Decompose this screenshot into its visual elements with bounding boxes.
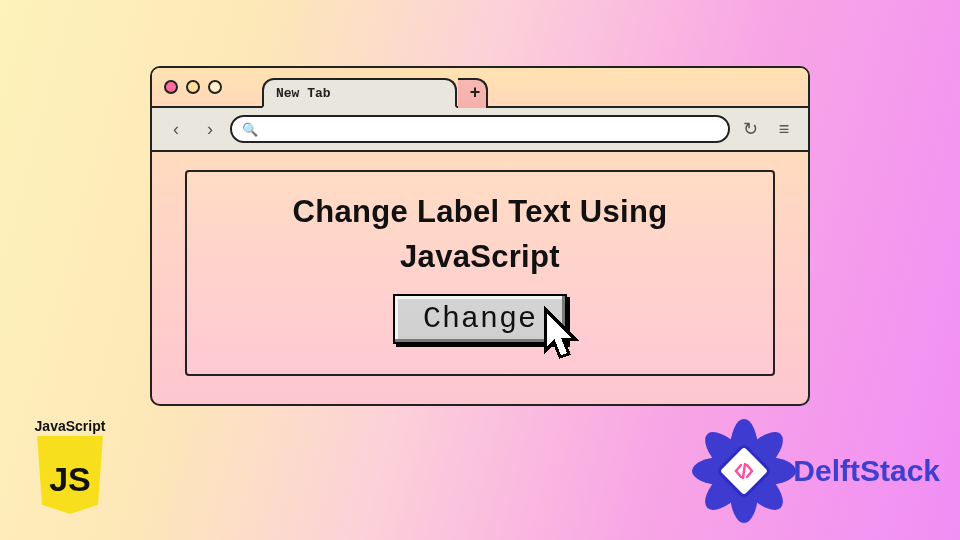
toolbar: ‹ › 🔍 ↻ ≡ xyxy=(152,108,808,152)
page-content: Change Label Text Using JavaScript Chang… xyxy=(152,152,808,404)
back-button[interactable]: ‹ xyxy=(162,115,190,143)
javascript-label: JavaScript xyxy=(26,418,114,434)
window-controls xyxy=(164,80,222,94)
menu-button[interactable]: ≡ xyxy=(770,115,798,143)
page-title: Change Label Text Using JavaScript xyxy=(217,190,743,280)
chevron-right-icon: › xyxy=(207,119,213,140)
mandala-icon xyxy=(701,428,787,514)
chevron-left-icon: ‹ xyxy=(173,119,179,140)
hamburger-icon: ≡ xyxy=(779,119,790,140)
delftstack-text: DelftStack xyxy=(793,454,940,488)
js-shield-text: JS xyxy=(49,460,91,499)
plus-icon: + xyxy=(470,82,481,103)
js-shield-icon: JS xyxy=(35,436,105,514)
close-dot-icon[interactable] xyxy=(164,80,178,94)
reload-icon: ↻ xyxy=(743,118,758,140)
search-icon: 🔍 xyxy=(242,122,258,137)
minimize-dot-icon[interactable] xyxy=(186,80,200,94)
maximize-dot-icon[interactable] xyxy=(208,80,222,94)
new-tab-button[interactable]: + xyxy=(465,82,485,102)
content-frame: Change Label Text Using JavaScript Chang… xyxy=(185,170,775,376)
delftstack-logo: DelftStack xyxy=(701,428,940,514)
browser-window: New Tab + ‹ › 🔍 ↻ ≡ Change Label Text Us… xyxy=(150,66,810,406)
change-button-label: Change xyxy=(423,302,537,336)
javascript-badge: JavaScript JS xyxy=(26,418,114,514)
address-bar[interactable]: 🔍 xyxy=(230,115,730,143)
reload-button[interactable]: ↻ xyxy=(736,115,764,143)
titlebar: New Tab + xyxy=(152,68,808,108)
tab-label: New Tab xyxy=(276,86,331,101)
browser-tab[interactable]: New Tab xyxy=(262,78,457,108)
forward-button[interactable]: › xyxy=(196,115,224,143)
change-button[interactable]: Change xyxy=(393,294,567,344)
